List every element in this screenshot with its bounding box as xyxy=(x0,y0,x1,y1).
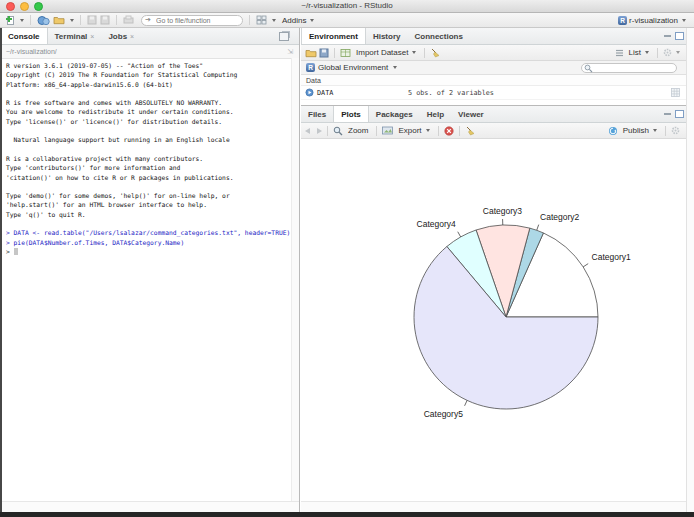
window-right-scrollbar-strip xyxy=(686,28,694,512)
tab-plots[interactable]: Plots xyxy=(333,106,369,122)
environment-panel: Environment History Connections xyxy=(301,28,694,105)
pie-label-tick xyxy=(465,400,468,405)
console-line: > xyxy=(6,247,291,256)
tab-environment[interactable]: Environment xyxy=(301,28,366,44)
text-cursor xyxy=(14,248,18,255)
maximize-panel-icon[interactable] xyxy=(675,110,684,118)
addins-label: Addins xyxy=(282,16,306,25)
list-view-icon[interactable] xyxy=(615,47,624,59)
environment-scope-row: R Global Environment xyxy=(301,61,694,75)
console-line xyxy=(6,145,291,154)
console-line: Type 'q()' to quit R. xyxy=(6,210,291,219)
save-workspace-icon[interactable] xyxy=(319,47,329,59)
console-line: Platform: x86_64-apple-darwin15.6.0 (64-… xyxy=(6,80,291,89)
next-plot-icon-disabled xyxy=(317,128,322,134)
tab-history[interactable]: History xyxy=(366,28,408,44)
tab-terminal[interactable]: Terminal × xyxy=(48,28,102,44)
project-caret-icon xyxy=(682,19,686,22)
environment-search xyxy=(581,63,677,73)
tab-packages[interactable]: Packages xyxy=(369,106,420,122)
tab-connections[interactable]: Connections xyxy=(407,28,469,44)
goto-file-search: ➔ xyxy=(141,15,243,26)
panes-layout-icon[interactable] xyxy=(256,14,267,26)
refresh-caret-icon xyxy=(676,51,680,54)
close-icon[interactable]: × xyxy=(90,33,94,40)
previous-plot-icon-disabled xyxy=(305,128,310,134)
window-bottom-edge xyxy=(0,512,694,517)
publish-button[interactable]: Publish xyxy=(620,125,660,136)
console-line: You are welcome to redistribute it under… xyxy=(6,107,291,116)
expand-object-icon[interactable] xyxy=(305,87,314,99)
minimize-panel-icon[interactable] xyxy=(664,113,671,115)
tab-help[interactable]: Help xyxy=(420,106,451,122)
object-summary[interactable]: 5 obs. of 2 variables xyxy=(408,89,494,97)
global-environment-label[interactable]: Global Environment xyxy=(318,63,388,72)
goto-arrow-icon: ➔ xyxy=(145,16,151,24)
environment-search-input[interactable] xyxy=(581,63,677,73)
open-recent-caret-icon[interactable] xyxy=(70,19,74,22)
import-dataset-caret-icon xyxy=(412,51,416,54)
plot-area: Category1Category2Category3Category4Cate… xyxy=(301,139,686,501)
view-data-grid-icon[interactable] xyxy=(671,88,680,98)
addins-button[interactable]: Addins xyxy=(279,15,317,26)
publish-caret-icon xyxy=(653,129,657,132)
maximize-panel-icon[interactable] xyxy=(279,32,289,41)
titlebar: ~/r-visualization - RStudio xyxy=(0,0,694,13)
list-view-caret-icon xyxy=(645,51,649,54)
rstudio-window: ~/r-visualization - RStudio ➔ xyxy=(0,0,694,517)
console-line: > DATA <- read.table("/Users/lsalazar/co… xyxy=(6,228,291,237)
refresh-gear-icon-disabled xyxy=(663,47,672,59)
console-output[interactable]: R version 3.6.1 (2019-07-05) -- "Action … xyxy=(0,58,291,501)
refresh-gear-icon-disabled xyxy=(671,125,680,137)
project-selector[interactable]: R r-visualization xyxy=(615,15,689,26)
tab-jobs[interactable]: Jobs × xyxy=(101,28,141,44)
new-file-icon[interactable] xyxy=(5,14,15,26)
tab-viewer[interactable]: Viewer xyxy=(451,106,491,122)
import-dataset-icon[interactable] xyxy=(340,47,351,59)
console-horizontal-scrollbar[interactable] xyxy=(0,501,299,512)
export-plot-button[interactable]: Export xyxy=(395,125,432,136)
export-plot-icon[interactable] xyxy=(382,125,393,137)
load-workspace-icon[interactable] xyxy=(305,47,317,59)
minimize-panel-icon[interactable] xyxy=(664,35,671,37)
import-dataset-button[interactable]: Import Dataset xyxy=(353,47,419,58)
working-directory-path[interactable]: ~/r-visualization/ xyxy=(6,48,57,55)
goto-file-input[interactable] xyxy=(141,15,243,26)
new-project-icon[interactable] xyxy=(37,14,50,26)
pie-label: Category2 xyxy=(540,212,579,222)
console-line: Natural language support but running in … xyxy=(6,135,291,144)
pie-label: Category1 xyxy=(592,252,631,262)
console-vertical-scrollbar[interactable] xyxy=(291,58,299,501)
remove-plot-icon[interactable] xyxy=(444,125,454,137)
save-all-icon-disabled xyxy=(100,14,110,26)
new-file-caret-icon[interactable] xyxy=(20,19,24,22)
zoom-plot-icon[interactable] xyxy=(333,125,343,137)
window-left-edge xyxy=(0,28,2,512)
close-icon[interactable]: × xyxy=(130,33,134,40)
clear-all-plots-broom-icon[interactable] xyxy=(465,125,475,137)
console-tabbar: Console Terminal × Jobs × xyxy=(0,28,299,45)
project-r-icon: R xyxy=(618,16,627,25)
zoom-plot-button[interactable]: Zoom xyxy=(345,125,371,136)
plots-panel: Files Plots Packages Help Viewer xyxy=(301,105,694,512)
panes-caret-icon[interactable] xyxy=(272,19,276,22)
console-line: Type 'demo()' for some demos, 'help()' f… xyxy=(6,191,291,200)
publish-icon[interactable] xyxy=(608,125,618,137)
list-view-button[interactable]: List xyxy=(626,47,652,58)
maximize-panel-icon[interactable] xyxy=(675,32,684,40)
scope-caret-icon[interactable] xyxy=(393,66,397,69)
console-line: 'help.start()' for an HTML browser inter… xyxy=(6,200,291,209)
pie-chart: Category1Category2Category3Category4Cate… xyxy=(301,139,686,502)
resize-console-icon[interactable]: ⇲ xyxy=(287,48,293,56)
clear-workspace-broom-icon[interactable] xyxy=(430,47,440,59)
tab-files[interactable]: Files xyxy=(301,106,333,122)
tab-console[interactable]: Console xyxy=(0,28,48,44)
pie-label-tick xyxy=(583,264,588,267)
environment-toolbar: Import Dataset List xyxy=(301,45,694,61)
environment-object-row[interactable]: DATA 5 obs. of 2 variables xyxy=(301,86,694,100)
open-file-icon[interactable] xyxy=(53,14,65,26)
search-icon xyxy=(584,64,593,75)
object-name[interactable]: DATA xyxy=(317,89,333,97)
plots-tabbar: Files Plots Packages Help Viewer xyxy=(301,106,694,123)
plots-horizontal-scrollbar[interactable] xyxy=(301,501,694,512)
